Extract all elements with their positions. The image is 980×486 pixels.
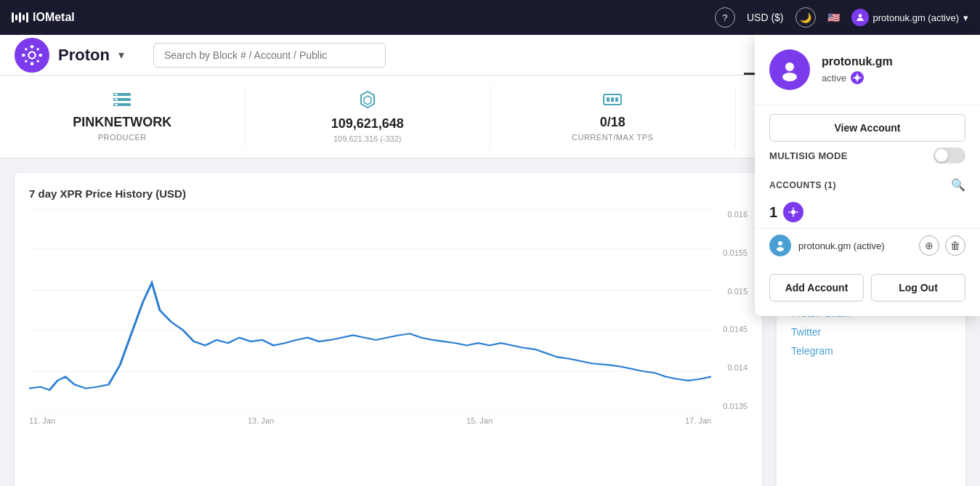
chart-area: 0.016 0.0155 0.015 0.0145 0.014 0.0135	[29, 208, 748, 412]
link-twitter[interactable]: Twitter	[791, 323, 951, 341]
brand-section: Proton ▾	[15, 35, 139, 75]
blocks-icon	[358, 90, 377, 113]
svg-marker-18	[364, 96, 371, 105]
stat-blocks: 109,621,648 109,621,316 (-332)	[246, 84, 491, 149]
svg-point-4	[22, 53, 25, 57]
brand-name: Proton	[58, 46, 110, 65]
svg-point-6	[25, 48, 28, 51]
search-section	[139, 35, 744, 75]
tps-value: 0/18	[600, 115, 625, 130]
svg-point-34	[791, 210, 795, 214]
chart-card: 7 day XPR Price History (USD) 0.016 0.01…	[15, 173, 762, 486]
svg-rect-14	[115, 94, 118, 95]
top-navigation: IOMetal ? USD ($) 🌙 🇺🇸 protonuk.gm (acti…	[0, 0, 980, 35]
producer-value: PINKNETWORK	[73, 115, 171, 130]
dropdown-status-text: active	[822, 73, 846, 84]
svg-point-33	[855, 76, 859, 80]
add-account-button[interactable]: Add Account	[769, 274, 864, 301]
svg-point-8	[25, 60, 28, 62]
multisig-label: MULTISIG MODE	[769, 150, 848, 161]
logo-bar-4	[23, 15, 25, 20]
svg-point-32	[782, 73, 797, 81]
add-account-icon-button[interactable]: ⊕	[919, 235, 939, 256]
chart-x-labels: 11. Jan 13. Jan 15. Jan 17. Jan	[29, 412, 748, 425]
logout-button[interactable]: Log Out	[871, 274, 965, 301]
accounts-label: ACCOUNTS (1)	[769, 180, 836, 190]
svg-rect-20	[607, 97, 610, 102]
svg-rect-21	[611, 97, 614, 102]
topnav-right: ? USD ($) 🌙 🇺🇸 protonuk.gm (active) ▾	[715, 7, 968, 28]
svg-point-3	[31, 62, 34, 65]
producer-label: PRODUCER	[98, 133, 147, 142]
chart-svg	[29, 208, 711, 412]
svg-rect-16	[115, 104, 118, 105]
dropdown-action-buttons: Add Account Log Out	[755, 262, 980, 301]
currency-selector[interactable]: USD ($)	[747, 12, 784, 23]
logo-bar-2	[15, 15, 17, 20]
account-name: protonuk.gm (active)	[798, 240, 885, 251]
app-logo: IOMetal	[12, 11, 75, 24]
chart-y-labels: 0.016 0.0155 0.015 0.0145 0.014 0.0135	[711, 208, 748, 412]
x-label-3: 15. Jan	[466, 416, 493, 425]
account-info: protonuk.gm (active)	[769, 235, 885, 256]
svg-point-7	[36, 48, 39, 51]
logo-icon	[12, 12, 28, 23]
brand-dropdown-icon[interactable]: ▾	[118, 48, 124, 62]
y-label-4: 0.0145	[711, 325, 748, 333]
dropdown-status-icon	[851, 71, 864, 84]
accounts-section-header: ACCOUNTS (1) 🔍	[755, 169, 980, 196]
svg-point-5	[39, 53, 42, 57]
svg-point-1	[28, 52, 35, 58]
dropdown-header: protonuk.gm active	[755, 35, 980, 105]
dropdown-chevron-icon: ▾	[963, 12, 968, 23]
multisig-toggle[interactable]	[934, 147, 965, 163]
y-label-5: 0.014	[711, 363, 748, 372]
toggle-knob	[935, 149, 948, 162]
help-button[interactable]: ?	[715, 7, 735, 28]
y-label-3: 0.015	[711, 287, 748, 296]
multisig-row: MULTISIG MODE	[755, 142, 980, 169]
dropdown-account-info: protonuk.gm active	[822, 55, 893, 84]
y-label-2: 0.0155	[711, 248, 748, 257]
tps-icon	[603, 92, 622, 112]
stat-producer: PINKNETWORK PRODUCER	[0, 86, 246, 147]
user-menu-trigger[interactable]: protonuk.gm (active) ▾	[851, 9, 969, 26]
app-name: IOMetal	[33, 11, 75, 24]
remove-account-button[interactable]: 🗑	[945, 235, 965, 256]
account-row: protonuk.gm (active) ⊕ 🗑	[755, 228, 980, 262]
logo-bar-3	[19, 12, 21, 23]
blocks-value: 109,621,648	[331, 116, 404, 131]
topnav-left: IOMetal	[12, 11, 75, 24]
logo-bar-5	[26, 12, 28, 23]
svg-rect-15	[115, 99, 118, 100]
x-label-2: 13. Jan	[248, 416, 274, 425]
accounts-search-icon[interactable]: 🔍	[951, 178, 965, 192]
language-selector[interactable]: 🇺🇸	[827, 12, 840, 23]
link-telegram[interactable]: Telegram	[791, 341, 951, 360]
tps-label: CURRENT/MAX TPS	[572, 133, 653, 142]
user-avatar-small	[851, 9, 869, 26]
y-label-1: 0.016	[711, 210, 748, 219]
stat-tps: 0/18 CURRENT/MAX TPS	[490, 86, 736, 147]
dropdown-status-row: active	[822, 71, 893, 84]
producer-icon	[112, 92, 132, 112]
account-count-icon	[783, 202, 803, 222]
svg-point-35	[778, 241, 782, 246]
account-actions: ⊕ 🗑	[919, 235, 965, 256]
x-label-4: 17. Jan	[685, 416, 711, 425]
account-icon	[769, 235, 791, 256]
topnav-username: protonuk.gm (active)	[873, 12, 960, 23]
blocks-sub: 109,621,316 (-332)	[333, 134, 402, 143]
view-account-button[interactable]: View Account	[769, 114, 965, 142]
svg-point-2	[31, 45, 34, 49]
svg-point-9	[36, 60, 39, 62]
logo-bar-1	[12, 12, 14, 23]
account-avatar	[769, 49, 810, 90]
chart-title: 7 day XPR Price History (USD)	[29, 187, 748, 200]
search-input[interactable]	[153, 43, 386, 68]
dark-mode-button[interactable]: 🌙	[795, 7, 816, 28]
account-count: 1	[769, 204, 777, 221]
svg-point-31	[785, 62, 794, 71]
dropdown-username: protonuk.gm	[822, 55, 893, 68]
brand-icon	[15, 38, 49, 73]
